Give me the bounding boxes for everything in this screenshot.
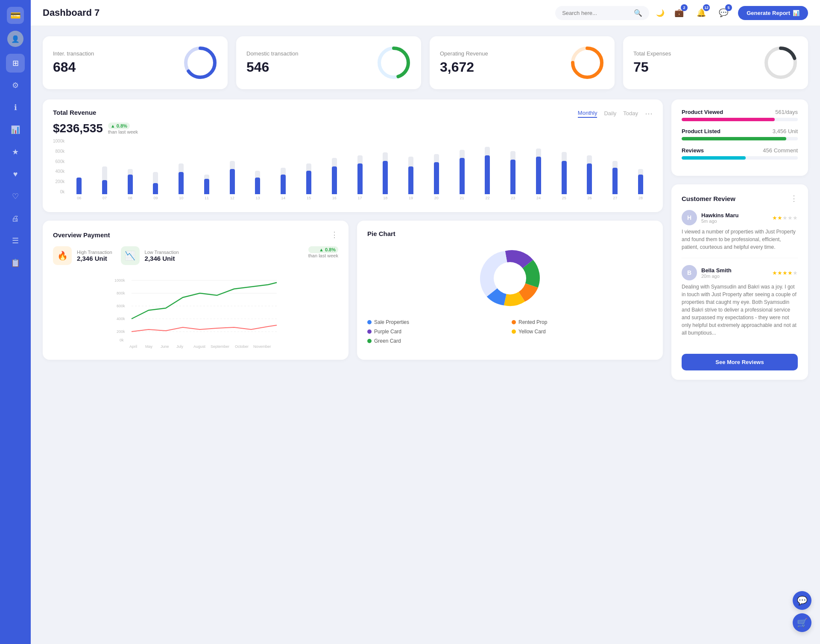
right-panel: Product Viewed 561/days Product Listed 3… [671,99,808,380]
stat-value-2: 3,672 [440,59,488,75]
review-stars-1: ★★★★★ [772,270,798,276]
svg-text:April: April [129,344,137,349]
bar-x-label: 06 [67,196,91,200]
bar-fill [179,172,184,194]
bar-fill [408,166,413,194]
review-name-0: Hawkins Maru [701,212,738,219]
revenue-menu-icon[interactable]: ⋯ [645,109,653,118]
svg-text:600k: 600k [117,304,125,308]
sidebar-item-settings[interactable]: ⚙ [6,76,25,95]
wallet-icon-btn[interactable]: 💼 2 [671,5,687,20]
low-transaction-label: Low Transaction [145,250,179,255]
legend-item: Yellow Card [512,329,653,335]
sidebar-item-dashboard[interactable]: ⊞ [6,54,25,73]
bar-group [629,169,653,194]
overview-payment-card: Overview Payment ⋮ 🔥 High Transaction 2,… [43,221,348,360]
low-transaction-value: 2,346 Unit [145,255,179,262]
sidebar-item-info[interactable]: ℹ [6,98,25,117]
cart-float-button[interactable]: 🛒 [793,613,811,632]
sidebar-item-heart2[interactable]: ♡ [6,187,25,206]
revenue-tab-daily[interactable]: Daily [604,110,616,117]
metric-name-1: Product Listed [682,128,720,134]
bar-chart-wrapper: 0607080910111213141516171819202122232425… [67,139,653,203]
change-label: than last week [108,129,138,134]
stat-card-2: Operating Revenue 3,672 [430,36,615,89]
bar-fill [128,175,133,194]
metric-header-2: Reviews 456 Comment [682,147,798,154]
reviews-menu-icon[interactable]: ⋮ [790,194,798,203]
overview-title: Overview Payment [53,231,110,239]
sidebar-item-list[interactable]: 📋 [6,254,25,272]
high-transaction-item: 🔥 High Transaction 2,346 Unit [53,246,112,265]
bar-fill [102,180,107,194]
review-name-1: Bella Smith [701,267,732,274]
overview-menu-icon[interactable]: ⋮ [331,230,338,239]
revenue-tab-today[interactable]: Today [623,110,638,117]
bar-x-label: 27 [603,196,627,200]
support-float-button[interactable]: 💬 [793,591,811,610]
bar-bg [281,168,286,194]
bell-icon-btn[interactable]: 🔔 12 [694,5,709,20]
bar-x-label: 17 [348,196,372,200]
message-icon-btn[interactable]: 💬 5 [716,5,731,20]
legend-label: Green Card [374,338,401,344]
bar-fill [562,161,567,194]
sidebar-item-menu[interactable]: ☰ [6,231,25,250]
svg-text:September: September [211,344,229,349]
bar-group [527,149,551,194]
revenue-header: Total Revenue MonthlyDailyToday⋯ [53,109,653,118]
change-badge: ▲ 0.8% [108,122,130,129]
pie-chart-card: Pie Chart [357,221,663,360]
bar-fill [332,166,337,194]
review-item-1: B Bella Smith 20m ago ★★★★★ Dealing with… [682,265,798,344]
theme-toggle-icon[interactable]: 🌙 [656,9,665,17]
generate-report-button[interactable]: Generate Report 📊 [738,6,808,20]
sidebar-logo[interactable]: 💳 [7,7,24,24]
bar-x-label: 13 [246,196,270,200]
pie-legend: Sale Properties Rented Prop Purple Card … [367,319,653,344]
sidebar-item-chart[interactable]: 📊 [6,120,25,139]
bar-fill [587,163,592,194]
revenue-tab-monthly[interactable]: Monthly [578,110,597,118]
bar-group [348,155,372,194]
metric-bar-1 [682,137,798,140]
metric-item-2: Reviews 456 Comment [682,147,798,160]
bar-group [425,154,448,194]
bar-bg [485,147,490,194]
sidebar-item-star[interactable]: ★ [6,143,25,161]
bar-bg [153,172,158,194]
legend-dot [512,329,516,334]
metric-name-2: Reviews [682,147,704,154]
y-axis: 1000k800k600k400k200k0k [53,139,64,203]
sidebar-item-print[interactable]: 🖨 [6,209,25,228]
bar-group [476,147,500,194]
sidebar-item-heart[interactable]: ♥ [6,165,25,184]
see-more-reviews-button[interactable]: See More Reviews [682,354,798,370]
svg-text:June: June [161,344,169,349]
search-box[interactable]: 🔍 [555,6,649,20]
bar-group [169,163,193,194]
star-icon: ★ [788,270,793,276]
review-stars-0: ★★★★★ [772,215,798,221]
reviews-header: Customer Review ⋮ [682,194,798,203]
stat-value-3: 75 [633,59,671,75]
bar-fill [536,157,541,194]
bar-bg [128,169,133,194]
legend-label: Sale Properties [374,319,409,325]
stat-value-0: 684 [53,59,94,75]
sidebar-avatar[interactable]: 👤 [7,31,23,47]
bar-x-label: 20 [425,196,448,200]
bar-bg [562,152,567,194]
donut-chart-0 [183,46,217,80]
y-label: 200k [53,179,64,184]
search-input[interactable] [562,10,630,16]
bar-x-label: 08 [118,196,142,200]
bar-bg [612,161,618,194]
review-time-1: 20m ago [701,274,732,279]
stat-card-3: Total Expenses 75 [623,36,808,89]
bar-x-label: 19 [399,196,423,200]
review-meta-0: Hawkins Maru 5m ago [701,212,738,224]
header-icons: 🌙 💼 2 🔔 12 💬 5 Generate Report 📊 [656,5,808,20]
bar-x-label: 26 [578,196,602,200]
bar-bg [510,151,515,194]
